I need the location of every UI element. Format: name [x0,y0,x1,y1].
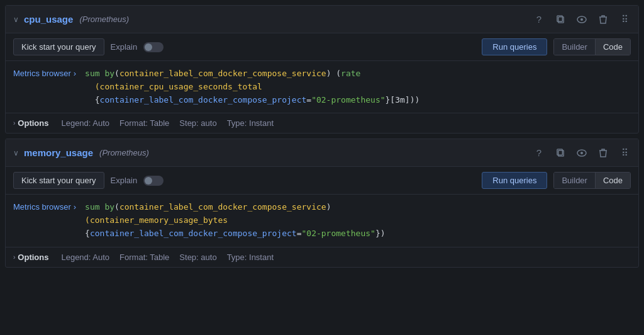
panel-title-memory: memory_usage [24,147,93,158]
metrics-area-cpu: Metrics browser › sum by(container_label… [6,61,638,113]
code-line-3-memory: {container_label_com_docker_compose_proj… [85,227,385,241]
eye-icon-memory[interactable] [575,147,588,159]
run-queries-button-cpu[interactable]: Run queries [482,38,547,55]
legend-item-cpu: Legend: Auto [61,118,109,128]
panel-datasource-memory: (Prometheus) [99,148,149,157]
explain-label-cpu: Explain [111,42,138,52]
run-queries-button-memory[interactable]: Run queries [482,172,547,189]
panel-header-cpu: ∨ cpu_usage (Prometheus) ? ⠿ [6,6,638,33]
builder-button-memory[interactable]: Builder [554,173,594,188]
step-item-memory: Step: auto [179,253,216,262]
more-icon[interactable]: ⠿ [618,13,631,26]
collapse-arrow-cpu[interactable]: ∨ [13,15,19,24]
panel-header-icons-cpu: ? ⠿ [533,13,631,26]
format-item-memory: Format: Table [119,253,169,262]
code-line-1-cpu: sum by(container_label_com_docker_compos… [85,67,419,81]
copy-icon[interactable] [554,13,567,26]
metrics-browser-link-cpu[interactable]: Metrics browser › [13,69,76,78]
options-chevron-memory[interactable]: › [13,254,15,261]
help-icon-memory[interactable]: ? [533,147,545,159]
code-line-3-cpu: {container_label_com_docker_compose_proj… [85,94,419,107]
copy-icon-memory[interactable] [554,147,567,159]
builder-code-group-memory: Builder Code [553,172,631,189]
legend-item-memory: Legend: Auto [61,253,109,262]
code-button-memory[interactable]: Code [595,173,630,188]
trash-icon-memory[interactable] [597,147,609,159]
format-item-cpu: Format: Table [119,118,169,128]
query-toolbar-cpu: Kick start your query Explain Run querie… [6,33,638,61]
svg-point-7 [580,152,583,154]
options-label-memory[interactable]: Options [18,253,48,262]
metrics-area-memory: Metrics browser › sum by(container_label… [6,195,638,247]
code-line-1-memory: sum by(container_label_com_docker_compos… [85,201,385,214]
cpu-panel: ∨ cpu_usage (Prometheus) ? ⠿ Kick start … [5,5,639,133]
type-item-cpu: Type: Instant [227,118,274,128]
code-block-cpu: sum by(container_label_com_docker_compos… [85,67,419,106]
panel-title-cpu: cpu_usage [24,14,73,25]
kick-start-button-memory[interactable]: Kick start your query [13,172,104,189]
memory-panel: ∨ memory_usage (Prometheus) ? ⠿ Kick sta… [5,139,639,267]
trash-icon[interactable] [597,13,609,26]
help-icon[interactable]: ? [533,13,545,26]
options-label-cpu[interactable]: Options [18,118,48,128]
code-line-2-memory: (container_memory_usage_bytes [85,214,385,227]
metrics-inner-memory: Metrics browser › sum by(container_label… [6,195,638,246]
code-block-memory: sum by(container_label_com_docker_compos… [85,201,385,240]
explain-label-memory: Explain [111,176,138,185]
step-item-cpu: Step: auto [179,118,216,128]
type-item-memory: Type: Instant [227,253,274,262]
builder-button-cpu[interactable]: Builder [554,39,594,55]
kick-start-button-cpu[interactable]: Kick start your query [13,38,104,55]
eye-icon[interactable] [575,13,588,26]
panel-header-memory: ∨ memory_usage (Prometheus) ? ⠿ [6,139,638,167]
explain-toggle-cpu[interactable] [143,42,164,52]
metrics-browser-link-memory[interactable]: Metrics browser › [13,202,76,212]
collapse-arrow-memory[interactable]: ∨ [13,149,19,157]
more-icon-memory[interactable]: ⠿ [618,147,631,159]
svg-point-3 [580,18,583,21]
options-row-memory: › Options Legend: Auto Format: Table Ste… [6,247,638,267]
panel-header-icons-memory: ? ⠿ [533,147,631,159]
builder-code-group-cpu: Builder Code [553,38,631,55]
code-button-cpu[interactable]: Code [595,39,630,55]
explain-toggle-memory[interactable] [143,176,164,186]
query-toolbar-memory: Kick start your query Explain Run querie… [6,167,638,195]
options-chevron-cpu[interactable]: › [13,120,15,127]
metrics-inner-cpu: Metrics browser › sum by(container_label… [6,61,638,113]
panel-datasource-cpu: (Prometheus) [79,14,129,24]
code-line-2-cpu: (container_cpu_usage_seconds_total [85,81,419,94]
options-row-cpu: › Options Legend: Auto Format: Table Ste… [6,113,638,133]
